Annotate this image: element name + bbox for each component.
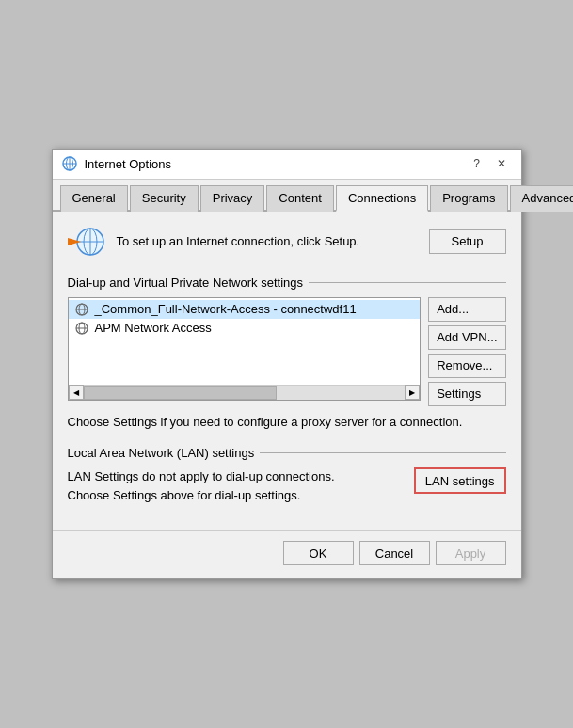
network-icon: [74, 321, 89, 336]
scroll-track[interactable]: [84, 386, 406, 400]
lan-description-line2: Choose Settings above for dial-up settin…: [68, 486, 406, 505]
dialup-section-label: Dial-up and Virtual Private Network sett…: [68, 276, 304, 290]
tabs-bar: General Security Privacy Content Connect…: [53, 180, 521, 212]
dialup-section-line: [309, 282, 506, 283]
bottom-bar: OK Cancel Apply: [53, 530, 521, 578]
tab-security[interactable]: Security: [130, 185, 199, 212]
setup-row: To set up an Internet connection, click …: [68, 223, 506, 261]
vpn-list[interactable]: _Common_Full-Network-Access - connectwdf…: [68, 297, 422, 401]
tab-programs[interactable]: Programs: [430, 185, 507, 212]
network-icon: [74, 302, 89, 317]
title-globe-icon: [62, 156, 77, 171]
setup-button[interactable]: Setup: [429, 229, 506, 254]
vpn-list-items: _Common_Full-Network-Access - connectwdf…: [69, 298, 421, 340]
scroll-thumb[interactable]: [84, 386, 277, 400]
add-button[interactable]: Add...: [428, 297, 505, 322]
ok-button[interactable]: OK: [283, 541, 354, 565]
add-vpn-button[interactable]: Add VPN...: [428, 325, 505, 350]
scroll-right-btn[interactable]: ▶: [405, 385, 420, 400]
vpn-item-label: _Common_Full-Network-Access - connectwdf…: [95, 302, 357, 316]
titlebar: Internet Options ? ✕: [53, 150, 521, 180]
horizontal-scrollbar[interactable]: ◀ ▶: [69, 385, 421, 400]
remove-button[interactable]: Remove...: [428, 354, 505, 378]
main-content: To set up an Internet connection, click …: [53, 212, 521, 515]
lan-description: LAN Settings do not apply to dial-up con…: [68, 467, 406, 504]
help-button[interactable]: ?: [467, 153, 487, 174]
titlebar-left: Internet Options: [62, 156, 172, 171]
scroll-left-btn[interactable]: ◀: [69, 385, 84, 400]
globe-arrow-icon: [68, 223, 105, 261]
lan-section-header: Local Area Network (LAN) settings: [68, 446, 506, 460]
tab-advanced[interactable]: Advanced: [510, 185, 573, 212]
tab-content[interactable]: Content: [266, 185, 334, 212]
lan-description-line1: LAN Settings do not apply to dial-up con…: [68, 467, 406, 486]
close-button[interactable]: ✕: [491, 153, 512, 174]
cancel-button[interactable]: Cancel: [359, 541, 430, 565]
tab-general[interactable]: General: [60, 185, 128, 212]
list-item[interactable]: _Common_Full-Network-Access - connectwdf…: [69, 300, 421, 319]
lan-section: Local Area Network (LAN) settings LAN Se…: [68, 446, 506, 504]
apply-button[interactable]: Apply: [436, 541, 506, 565]
settings-button[interactable]: Settings: [428, 382, 505, 406]
lan-content: LAN Settings do not apply to dial-up con…: [68, 467, 506, 504]
titlebar-controls: ? ✕: [467, 153, 512, 174]
dialup-section-header: Dial-up and Virtual Private Network sett…: [68, 276, 506, 290]
internet-options-dialog: Internet Options ? ✕ General Security Pr…: [52, 149, 522, 579]
setup-description: To set up an Internet connection, click …: [117, 233, 418, 250]
vpn-buttons: Add... Add VPN... Remove... Settings: [428, 297, 505, 406]
vpn-item-label: APM Network Access: [95, 321, 212, 335]
tab-connections[interactable]: Connections: [336, 185, 428, 212]
lan-section-line: [260, 452, 505, 453]
lan-section-label: Local Area Network (LAN) settings: [68, 446, 255, 460]
choose-settings-text: Choose Settings if you need to configure…: [68, 414, 506, 431]
tab-privacy[interactable]: Privacy: [200, 185, 265, 212]
list-item[interactable]: APM Network Access: [69, 319, 421, 338]
vpn-area: _Common_Full-Network-Access - connectwdf…: [68, 297, 506, 406]
lan-settings-button[interactable]: LAN settings: [414, 467, 506, 494]
dialog-title: Internet Options: [85, 157, 172, 171]
